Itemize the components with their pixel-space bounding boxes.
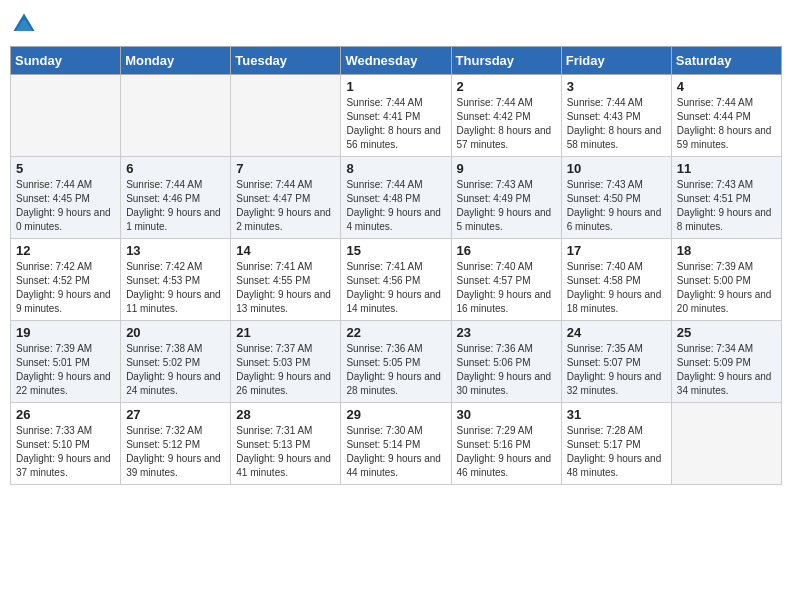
calendar-day-cell: 18 Sunrise: 7:39 AMSunset: 5:00 PMDaylig…	[671, 239, 781, 321]
day-info: Sunrise: 7:44 AMSunset: 4:43 PMDaylight:…	[567, 96, 666, 152]
day-info: Sunrise: 7:30 AMSunset: 5:14 PMDaylight:…	[346, 424, 445, 480]
day-info: Sunrise: 7:37 AMSunset: 5:03 PMDaylight:…	[236, 342, 335, 398]
calendar-week-row: 12 Sunrise: 7:42 AMSunset: 4:52 PMDaylig…	[11, 239, 782, 321]
day-info: Sunrise: 7:43 AMSunset: 4:49 PMDaylight:…	[457, 178, 556, 234]
day-number: 31	[567, 407, 666, 422]
day-number: 4	[677, 79, 776, 94]
page-header	[10, 10, 782, 38]
day-number: 16	[457, 243, 556, 258]
day-number: 13	[126, 243, 225, 258]
weekday-header-row: SundayMondayTuesdayWednesdayThursdayFrid…	[11, 47, 782, 75]
day-info: Sunrise: 7:44 AMSunset: 4:48 PMDaylight:…	[346, 178, 445, 234]
day-info: Sunrise: 7:42 AMSunset: 4:53 PMDaylight:…	[126, 260, 225, 316]
day-info: Sunrise: 7:40 AMSunset: 4:58 PMDaylight:…	[567, 260, 666, 316]
calendar-day-cell: 13 Sunrise: 7:42 AMSunset: 4:53 PMDaylig…	[121, 239, 231, 321]
day-info: Sunrise: 7:41 AMSunset: 4:56 PMDaylight:…	[346, 260, 445, 316]
calendar-day-cell	[121, 75, 231, 157]
calendar-day-cell: 5 Sunrise: 7:44 AMSunset: 4:45 PMDayligh…	[11, 157, 121, 239]
weekday-header: Friday	[561, 47, 671, 75]
day-number: 27	[126, 407, 225, 422]
calendar-day-cell: 27 Sunrise: 7:32 AMSunset: 5:12 PMDaylig…	[121, 403, 231, 485]
day-info: Sunrise: 7:34 AMSunset: 5:09 PMDaylight:…	[677, 342, 776, 398]
weekday-header: Saturday	[671, 47, 781, 75]
day-info: Sunrise: 7:38 AMSunset: 5:02 PMDaylight:…	[126, 342, 225, 398]
calendar-day-cell	[231, 75, 341, 157]
day-number: 6	[126, 161, 225, 176]
day-number: 17	[567, 243, 666, 258]
calendar-day-cell: 8 Sunrise: 7:44 AMSunset: 4:48 PMDayligh…	[341, 157, 451, 239]
day-number: 10	[567, 161, 666, 176]
calendar-day-cell: 20 Sunrise: 7:38 AMSunset: 5:02 PMDaylig…	[121, 321, 231, 403]
day-number: 26	[16, 407, 115, 422]
day-info: Sunrise: 7:40 AMSunset: 4:57 PMDaylight:…	[457, 260, 556, 316]
day-info: Sunrise: 7:43 AMSunset: 4:50 PMDaylight:…	[567, 178, 666, 234]
day-info: Sunrise: 7:31 AMSunset: 5:13 PMDaylight:…	[236, 424, 335, 480]
weekday-header: Monday	[121, 47, 231, 75]
day-info: Sunrise: 7:36 AMSunset: 5:05 PMDaylight:…	[346, 342, 445, 398]
calendar-day-cell: 23 Sunrise: 7:36 AMSunset: 5:06 PMDaylig…	[451, 321, 561, 403]
calendar-day-cell: 29 Sunrise: 7:30 AMSunset: 5:14 PMDaylig…	[341, 403, 451, 485]
calendar-day-cell: 25 Sunrise: 7:34 AMSunset: 5:09 PMDaylig…	[671, 321, 781, 403]
calendar-day-cell: 22 Sunrise: 7:36 AMSunset: 5:05 PMDaylig…	[341, 321, 451, 403]
day-info: Sunrise: 7:41 AMSunset: 4:55 PMDaylight:…	[236, 260, 335, 316]
calendar-week-row: 19 Sunrise: 7:39 AMSunset: 5:01 PMDaylig…	[11, 321, 782, 403]
day-number: 20	[126, 325, 225, 340]
calendar-day-cell: 3 Sunrise: 7:44 AMSunset: 4:43 PMDayligh…	[561, 75, 671, 157]
calendar-day-cell: 12 Sunrise: 7:42 AMSunset: 4:52 PMDaylig…	[11, 239, 121, 321]
day-number: 25	[677, 325, 776, 340]
day-info: Sunrise: 7:43 AMSunset: 4:51 PMDaylight:…	[677, 178, 776, 234]
calendar-week-row: 1 Sunrise: 7:44 AMSunset: 4:41 PMDayligh…	[11, 75, 782, 157]
day-info: Sunrise: 7:33 AMSunset: 5:10 PMDaylight:…	[16, 424, 115, 480]
calendar-day-cell	[11, 75, 121, 157]
calendar-day-cell: 10 Sunrise: 7:43 AMSunset: 4:50 PMDaylig…	[561, 157, 671, 239]
day-info: Sunrise: 7:36 AMSunset: 5:06 PMDaylight:…	[457, 342, 556, 398]
day-info: Sunrise: 7:42 AMSunset: 4:52 PMDaylight:…	[16, 260, 115, 316]
day-info: Sunrise: 7:29 AMSunset: 5:16 PMDaylight:…	[457, 424, 556, 480]
day-info: Sunrise: 7:32 AMSunset: 5:12 PMDaylight:…	[126, 424, 225, 480]
day-number: 21	[236, 325, 335, 340]
calendar-day-cell: 19 Sunrise: 7:39 AMSunset: 5:01 PMDaylig…	[11, 321, 121, 403]
weekday-header: Tuesday	[231, 47, 341, 75]
logo	[10, 10, 42, 38]
day-number: 11	[677, 161, 776, 176]
calendar-day-cell: 4 Sunrise: 7:44 AMSunset: 4:44 PMDayligh…	[671, 75, 781, 157]
day-number: 5	[16, 161, 115, 176]
calendar-day-cell: 30 Sunrise: 7:29 AMSunset: 5:16 PMDaylig…	[451, 403, 561, 485]
calendar-day-cell: 26 Sunrise: 7:33 AMSunset: 5:10 PMDaylig…	[11, 403, 121, 485]
day-number: 28	[236, 407, 335, 422]
day-info: Sunrise: 7:44 AMSunset: 4:47 PMDaylight:…	[236, 178, 335, 234]
day-info: Sunrise: 7:28 AMSunset: 5:17 PMDaylight:…	[567, 424, 666, 480]
weekday-header: Wednesday	[341, 47, 451, 75]
calendar-day-cell: 31 Sunrise: 7:28 AMSunset: 5:17 PMDaylig…	[561, 403, 671, 485]
calendar-day-cell: 11 Sunrise: 7:43 AMSunset: 4:51 PMDaylig…	[671, 157, 781, 239]
calendar-day-cell: 17 Sunrise: 7:40 AMSunset: 4:58 PMDaylig…	[561, 239, 671, 321]
calendar-day-cell: 2 Sunrise: 7:44 AMSunset: 4:42 PMDayligh…	[451, 75, 561, 157]
calendar-day-cell	[671, 403, 781, 485]
day-info: Sunrise: 7:44 AMSunset: 4:45 PMDaylight:…	[16, 178, 115, 234]
logo-icon	[10, 10, 38, 38]
calendar-day-cell: 15 Sunrise: 7:41 AMSunset: 4:56 PMDaylig…	[341, 239, 451, 321]
day-number: 7	[236, 161, 335, 176]
calendar-week-row: 26 Sunrise: 7:33 AMSunset: 5:10 PMDaylig…	[11, 403, 782, 485]
day-number: 3	[567, 79, 666, 94]
day-info: Sunrise: 7:39 AMSunset: 5:00 PMDaylight:…	[677, 260, 776, 316]
day-number: 24	[567, 325, 666, 340]
calendar-day-cell: 9 Sunrise: 7:43 AMSunset: 4:49 PMDayligh…	[451, 157, 561, 239]
calendar-day-cell: 1 Sunrise: 7:44 AMSunset: 4:41 PMDayligh…	[341, 75, 451, 157]
day-number: 14	[236, 243, 335, 258]
calendar-day-cell: 16 Sunrise: 7:40 AMSunset: 4:57 PMDaylig…	[451, 239, 561, 321]
day-number: 9	[457, 161, 556, 176]
day-info: Sunrise: 7:44 AMSunset: 4:46 PMDaylight:…	[126, 178, 225, 234]
day-number: 8	[346, 161, 445, 176]
calendar-day-cell: 6 Sunrise: 7:44 AMSunset: 4:46 PMDayligh…	[121, 157, 231, 239]
calendar-day-cell: 24 Sunrise: 7:35 AMSunset: 5:07 PMDaylig…	[561, 321, 671, 403]
day-number: 12	[16, 243, 115, 258]
weekday-header: Thursday	[451, 47, 561, 75]
day-number: 19	[16, 325, 115, 340]
calendar-day-cell: 7 Sunrise: 7:44 AMSunset: 4:47 PMDayligh…	[231, 157, 341, 239]
day-number: 2	[457, 79, 556, 94]
calendar-week-row: 5 Sunrise: 7:44 AMSunset: 4:45 PMDayligh…	[11, 157, 782, 239]
day-number: 1	[346, 79, 445, 94]
day-info: Sunrise: 7:44 AMSunset: 4:44 PMDaylight:…	[677, 96, 776, 152]
day-number: 22	[346, 325, 445, 340]
